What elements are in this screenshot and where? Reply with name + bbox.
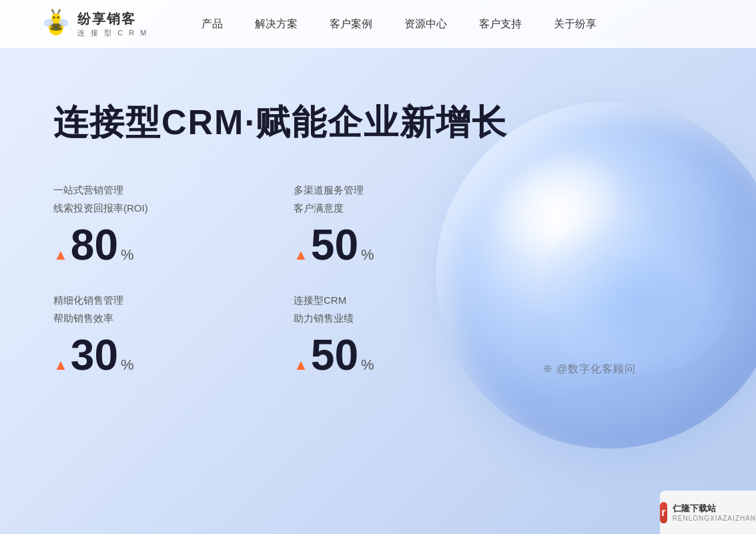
nav-link-solutions[interactable]: 解决方案 [255, 18, 298, 29]
hero-title: 连接型CRM·赋能企业新增长 [53, 101, 703, 143]
download-badge[interactable]: r 仁隆下载站 RENLONGXIAZAIZHAN [660, 491, 756, 534]
stat-service-value-row: ▲ 50 % [294, 224, 480, 266]
stat-crm-arrow: ▲ [294, 356, 308, 374]
navbar: 纷享销客 连 接 型 C R M 产品 解决方案 客户案例 资源中心 客户支持 … [0, 0, 756, 48]
stat-item-service: 多渠道服务管理 客户满意度 ▲ 50 % [294, 183, 480, 266]
decorative-sphere [436, 101, 756, 449]
stat-marketing-label1: 一站式营销管理 [53, 183, 240, 198]
svg-point-7 [51, 9, 53, 11]
nav-link-about[interactable]: 关于纷享 [554, 18, 597, 29]
watermark-text: ❊ @数字化客顾问 [543, 362, 636, 376]
stat-service-label2: 客户满意度 [294, 201, 480, 216]
stat-crm-value-row: ▲ 50 % [294, 334, 480, 376]
stat-service-label1: 多渠道服务管理 [294, 183, 480, 198]
svg-point-9 [59, 9, 60, 11]
stat-crm-percent: % [361, 356, 374, 374]
nav-link-resources[interactable]: 资源中心 [404, 18, 447, 29]
stat-service-arrow: ▲ [294, 246, 308, 264]
logo-text: 纷享销客 连 接 型 C R M [77, 10, 148, 38]
svg-point-4 [53, 17, 55, 19]
nav-item-support[interactable]: 客户支持 [479, 17, 522, 31]
logo-sub: 连 接 型 C R M [77, 28, 148, 38]
logo[interactable]: 纷享销客 连 接 型 C R M [40, 8, 148, 40]
stat-item-sales: 精细化销售管理 帮助销售效率 ▲ 30 % [53, 293, 240, 376]
stat-sales-number: 30 [71, 334, 118, 376]
stat-sales-percent: % [121, 356, 134, 374]
badge-text: 仁隆下载站 RENLONGXIAZAIZHAN [673, 503, 756, 522]
logo-icon [40, 8, 72, 40]
watermark: ❊ @数字化客顾问 [543, 362, 636, 376]
svg-point-5 [57, 17, 59, 19]
stat-crm-number: 50 [311, 334, 358, 376]
stat-service-percent: % [361, 246, 374, 264]
nav-item-cases[interactable]: 客户案例 [330, 17, 372, 31]
stat-sales-arrow: ▲ [53, 356, 68, 374]
stat-sales-label1: 精细化销售管理 [53, 293, 240, 308]
nav-link-product[interactable]: 产品 [202, 18, 223, 29]
stats-grid: 一站式营销管理 线索投资回报率(ROI) ▲ 80 % 多渠道服务管理 客户满意… [53, 183, 480, 376]
nav-item-product[interactable]: 产品 [202, 17, 223, 31]
stat-item-marketing: 一站式营销管理 线索投资回报率(ROI) ▲ 80 % [53, 183, 240, 266]
stat-crm-label1: 连接型CRM [294, 293, 480, 308]
sphere-shape [436, 101, 756, 449]
badge-icon-letter: r [661, 507, 665, 519]
stat-sales-value-row: ▲ 30 % [53, 334, 240, 376]
nav-link-support[interactable]: 客户支持 [479, 18, 522, 29]
watermark-label: @数字化客顾问 [556, 363, 636, 374]
stat-crm-label2: 助力销售业绩 [294, 311, 480, 326]
stat-item-crm: 连接型CRM 助力销售业绩 ▲ 50 % [294, 293, 480, 376]
nav-links: 产品 解决方案 客户案例 资源中心 客户支持 关于纷享 [202, 17, 597, 31]
logo-name: 纷享销客 [77, 10, 148, 28]
stat-service-number: 50 [311, 224, 358, 266]
nav-item-solutions[interactable]: 解决方案 [255, 17, 298, 31]
badge-main-text: 仁隆下载站 [673, 503, 756, 515]
stat-marketing-value-row: ▲ 80 % [53, 224, 240, 266]
badge-icon: r [660, 502, 667, 523]
watermark-icon: ❊ [543, 363, 552, 374]
stat-marketing-number: 80 [71, 224, 118, 266]
stat-marketing-percent: % [121, 246, 134, 264]
stat-marketing-arrow: ▲ [53, 246, 68, 264]
main-content: 连接型CRM·赋能企业新增长 一站式营销管理 线索投资回报率(ROI) ▲ 80… [0, 48, 756, 417]
nav-item-resources[interactable]: 资源中心 [404, 17, 447, 31]
nav-item-about[interactable]: 关于纷享 [554, 17, 597, 31]
nav-link-cases[interactable]: 客户案例 [330, 18, 372, 29]
stat-marketing-label2: 线索投资回报率(ROI) [53, 201, 240, 216]
badge-sub-text: RENLONGXIAZAIZHAN [673, 515, 756, 522]
stat-sales-label2: 帮助销售效率 [53, 311, 240, 326]
